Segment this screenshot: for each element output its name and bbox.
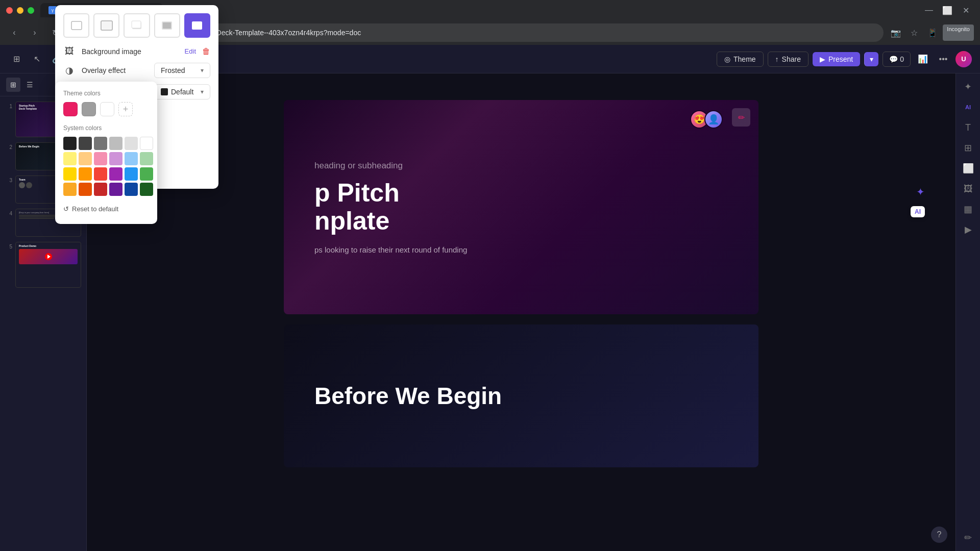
- list-view-btn[interactable]: ☰: [22, 78, 37, 92]
- present-btn[interactable]: ▶ Present: [813, 52, 860, 66]
- more-options-btn[interactable]: •••: [935, 51, 951, 67]
- color-gray[interactable]: [94, 137, 107, 150]
- present-dropdown-btn[interactable]: ▾: [864, 52, 878, 66]
- sidebar-tool-text[interactable]: T: [959, 118, 977, 137]
- app-container: ⊞ ↖ 🔗 ⬇ ✕ Pitch Deck Template ◎ Theme ↑ …: [0, 45, 980, 551]
- maximize-window-btn[interactable]: [28, 7, 34, 14]
- overlay-effect-row: ◑ Overlay effect Frosted ▾: [63, 73, 210, 78]
- color-black[interactable]: [63, 137, 77, 150]
- color-purple[interactable]: [109, 167, 122, 181]
- color-yellow-light[interactable]: [63, 152, 77, 165]
- color-orange-light[interactable]: [79, 152, 92, 165]
- color-picker-dropdown: Theme colors + System colors: [55, 82, 157, 224]
- sidebar-tool-edit[interactable]: ✏: [959, 529, 977, 547]
- overlay-effect-label: Overlay effect: [82, 73, 148, 74]
- color-green-dark[interactable]: [140, 183, 153, 196]
- color-red[interactable]: [94, 167, 107, 181]
- color-dark-gray[interactable]: [79, 137, 92, 150]
- sidebar-tool-1[interactable]: ✦: [959, 78, 977, 96]
- slide-number: 2: [5, 142, 12, 150]
- slide-1-content: heading or subheading p Pitch nplate ps …: [284, 100, 758, 314]
- heading-partial: p Pitch: [314, 179, 400, 207]
- contrast-icon: ◑: [63, 73, 76, 76]
- color-orange-dark[interactable]: [79, 183, 92, 196]
- reset-icon: ↺: [63, 205, 69, 213]
- right-sidebar: ✦ AI T ⊞ ⬜ 🖼 ▦ ▶ ✏: [955, 73, 980, 551]
- theme-color-pink[interactable]: [63, 102, 78, 116]
- slide-item[interactable]: 5 Product Demo: [4, 241, 82, 289]
- sidebar-tool-ai[interactable]: AI: [959, 98, 977, 116]
- sidebar-tool-table[interactable]: ▦: [959, 200, 977, 218]
- slide-number: 3: [5, 176, 12, 183]
- slide-card-1: heading or subheading p Pitch nplate ps …: [284, 100, 758, 314]
- system-colors-grid: [63, 137, 149, 196]
- slide2-title: Before We Begin: [314, 382, 728, 410]
- slide1-desc: ps looking to raise their next round of …: [314, 245, 728, 254]
- share-btn[interactable]: ↑ Share: [768, 52, 808, 67]
- add-color-btn[interactable]: +: [118, 102, 133, 116]
- back-btn[interactable]: ‹: [6, 24, 22, 41]
- tablet-icon[interactable]: 📱: [924, 24, 941, 41]
- bookmark-icon[interactable]: ☆: [906, 24, 922, 41]
- magic-wand-icon[interactable]: ✦: [916, 186, 925, 198]
- color-orange[interactable]: [79, 167, 92, 181]
- overlay-effect-dropdown[interactable]: Frosted ▾: [154, 73, 210, 78]
- slide-2-content: Before We Begin: [284, 324, 758, 467]
- user-avatar[interactable]: U: [955, 51, 972, 67]
- overlay-color-value: Default: [171, 88, 193, 96]
- reset-to-default-btn[interactable]: ↺ Reset to default: [63, 202, 149, 216]
- toolbar-right: ◎ Theme ↑ Share ▶ Present ▾ 💬 0 📊 ••• U: [717, 51, 972, 67]
- chevron-down-icon: ▾: [201, 73, 204, 74]
- color-red-dark[interactable]: [94, 183, 107, 196]
- slide-number: 1: [5, 102, 12, 109]
- color-light-gray[interactable]: [109, 137, 122, 150]
- color-purple-light[interactable]: [109, 152, 122, 165]
- overlay-effect-value: Frosted: [161, 73, 185, 74]
- user-avatars: 😍 👤: [694, 110, 723, 129]
- comment-icon: 💬: [889, 55, 898, 63]
- color-white[interactable]: [140, 137, 153, 150]
- ai-badge[interactable]: AI: [911, 206, 925, 217]
- theme-color-gray[interactable]: [82, 102, 96, 116]
- color-green[interactable]: [140, 167, 153, 181]
- sidebar-tool-image[interactable]: 🖼: [959, 180, 977, 198]
- theme-btn[interactable]: ◎ Theme: [717, 52, 764, 67]
- overlay-color-dropdown[interactable]: Default ▾: [154, 84, 210, 99]
- sidebar-tool-card[interactable]: ⬜: [959, 159, 977, 178]
- slide-edit-btn[interactable]: ✏: [732, 108, 750, 127]
- sidebar-tool-media[interactable]: ▶: [959, 220, 977, 239]
- minimize-window-btn[interactable]: [17, 7, 23, 14]
- sidebar-tool-layout[interactable]: ⊞: [959, 139, 977, 157]
- minimize-browser-btn[interactable]: —: [921, 2, 937, 18]
- color-blue[interactable]: [125, 167, 138, 181]
- grid-view-btn[interactable]: ⊞: [6, 78, 20, 92]
- slide-thumb-title: Product Demo: [19, 244, 78, 247]
- heading-partial2: nplate: [314, 207, 389, 235]
- slide1-subtitle: heading or subheading: [314, 161, 728, 171]
- color-green-light[interactable]: [140, 152, 153, 165]
- comments-btn[interactable]: 💬 0: [883, 52, 911, 67]
- color-yellow-dark[interactable]: [63, 183, 77, 196]
- incognito-badge[interactable]: Incognito: [943, 24, 974, 41]
- close-window-btn[interactable]: [6, 7, 13, 14]
- color-lighter-gray[interactable]: [125, 137, 138, 150]
- theme-color-swatches: +: [63, 102, 149, 116]
- close-browser-btn[interactable]: ✕: [958, 2, 974, 18]
- analytics-btn[interactable]: 📊: [915, 51, 931, 67]
- color-purple-dark[interactable]: [109, 183, 122, 196]
- theme-color-white[interactable]: [100, 102, 114, 116]
- color-blue-dark[interactable]: [125, 183, 138, 196]
- arrow-tool-btn[interactable]: ↖: [29, 51, 45, 67]
- color-yellow[interactable]: [63, 167, 77, 181]
- share-icon: ↑: [775, 55, 779, 63]
- grid-view-btn[interactable]: ⊞: [8, 51, 24, 67]
- help-btn[interactable]: ?: [931, 527, 947, 543]
- color-pink-light[interactable]: [94, 152, 107, 165]
- color-blue-light[interactable]: [125, 152, 138, 165]
- chevron-down-icon: ▾: [201, 88, 204, 95]
- restore-browser-btn[interactable]: ⬜: [939, 2, 955, 18]
- view-toggle-buttons: ⊞ ☰: [6, 78, 37, 92]
- window-controls: [6, 7, 34, 14]
- forward-btn[interactable]: ›: [27, 24, 43, 41]
- camera-off-icon[interactable]: 📷: [888, 24, 904, 41]
